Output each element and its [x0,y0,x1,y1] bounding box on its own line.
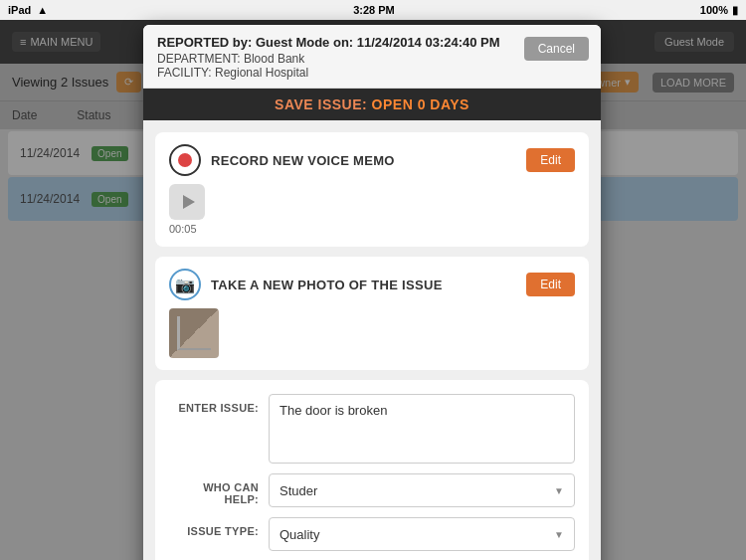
issue-type-value: Quality [280,527,319,542]
open-days-highlight: OPEN 0 DAYS [372,96,469,112]
cancel-button[interactable]: Cancel [524,37,589,61]
photo-title: TAKE A NEW PHOTO OF THE ISSUE [211,278,443,292]
photo-title-row: 📷 TAKE A NEW PHOTO OF THE ISSUE [169,269,443,300]
modal-dialog: REPORTED by: Guest Mode on: 11/24/2014 0… [143,25,601,560]
modal-overlay: REPORTED by: Guest Mode on: 11/24/2014 0… [0,20,746,560]
photo-thumbnail [169,308,219,358]
voice-memo-header: RECORD NEW VOICE MEMO Edit [169,144,575,176]
facility-text: FACILITY: Regional Hospital [157,66,587,80]
record-icon [169,144,201,176]
status-bar: iPad ▲ 3:28 PM 100% ▮ [0,0,746,20]
record-dot [178,153,192,167]
battery-icon: ▮ [732,4,738,17]
photo-header: 📷 TAKE A NEW PHOTO OF THE ISSUE Edit [169,269,575,300]
status-left: iPad ▲ [8,4,48,16]
chevron-down-icon: ▼ [554,529,564,540]
camera-icon: 📷 [169,269,201,300]
modal-body: RECORD NEW VOICE MEMO Edit 00:05 📷 TAKE [143,120,601,560]
voice-memo-title: RECORD NEW VOICE MEMO [211,153,395,168]
who-can-help-row: WHO CAN HELP: Studer ▼ [169,473,575,507]
enter-issue-input[interactable] [269,394,575,464]
carrier-text: iPad [8,4,31,16]
save-issue-bar: SAVE ISSUE: OPEN 0 DAYS [143,89,601,120]
save-issue-prefix: SAVE ISSUE: [275,96,367,112]
voice-memo-section: RECORD NEW VOICE MEMO Edit 00:05 [155,132,589,247]
reported-by-text: REPORTED by: Guest Mode on: 11/24/2014 0… [157,35,587,50]
photo-section: 📷 TAKE A NEW PHOTO OF THE ISSUE Edit [155,257,589,370]
who-can-help-select[interactable]: Studer ▼ [269,473,575,507]
voice-memo-player: 00:05 [169,184,575,235]
chevron-down-icon: ▼ [554,485,564,496]
play-button[interactable] [169,184,205,220]
department-text: DEPARTMENT: Blood Bank [157,52,587,66]
enter-issue-row: ENTER ISSUE: [169,394,575,464]
issue-type-select[interactable]: Quality ▼ [269,517,575,551]
battery-text: 100% [700,4,728,16]
enter-issue-label: ENTER ISSUE: [169,394,259,414]
voice-memo-timestamp: 00:05 [169,223,197,235]
modal-header: REPORTED by: Guest Mode on: 11/24/2014 0… [143,25,601,89]
voice-memo-edit-button[interactable]: Edit [526,148,575,172]
photo-edit-button[interactable]: Edit [526,273,575,296]
who-can-help-label: WHO CAN HELP: [169,473,259,505]
who-can-help-value: Studer [280,483,317,498]
status-time: 3:28 PM [353,4,395,16]
status-right: 100% ▮ [700,4,738,17]
voice-memo-title-row: RECORD NEW VOICE MEMO [169,144,395,176]
issue-form: ENTER ISSUE: WHO CAN HELP: Studer ▼ ISSU… [155,380,589,560]
play-icon [183,195,195,209]
issue-type-row: ISSUE TYPE: Quality ▼ [169,517,575,551]
wifi-icon: ▲ [37,4,48,16]
issue-type-label: ISSUE TYPE: [169,517,259,537]
